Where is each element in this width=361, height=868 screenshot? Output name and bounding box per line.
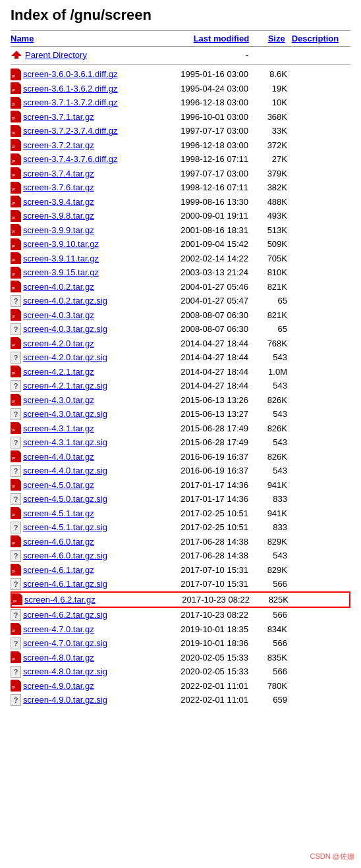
- sig-icon: ?: [11, 493, 21, 505]
- file-link[interactable]: screen-3.7.1-3.7.2.diff.gz: [23, 96, 118, 109]
- col-size-link[interactable]: Size: [268, 34, 285, 43]
- file-link[interactable]: screen-4.6.2.tar.gz.sig: [23, 609, 107, 622]
- file-link[interactable]: screen-4.7.0.tar.gz.sig: [23, 637, 107, 650]
- file-icon: gz: [11, 210, 21, 222]
- svg-text:gz: gz: [12, 258, 16, 261]
- svg-text:gz: gz: [12, 116, 16, 120]
- file-link[interactable]: screen-4.5.0.tar.gz: [23, 479, 94, 492]
- table-row: ? screen-4.2.1.tar.gz.sig 2014-04-27 18:…: [11, 379, 350, 393]
- svg-text:gz: gz: [12, 215, 16, 219]
- file-link[interactable]: screen-4.4.0.tar.gz: [23, 450, 94, 464]
- svg-marker-102: [18, 564, 21, 566]
- svg-text:gz: gz: [12, 427, 16, 431]
- table-row: gz screen-4.3.0.tar.gz 2015-06-13 13:26 …: [11, 393, 350, 408]
- file-link[interactable]: screen-3.7.6.tar.gz: [23, 181, 94, 194]
- sig-icon: ?: [11, 295, 21, 307]
- file-link[interactable]: screen-3.9.9.tar.gz: [23, 224, 94, 237]
- file-link[interactable]: screen-3.9.4.tar.gz: [23, 196, 94, 209]
- file-icon: gz: [12, 593, 22, 605]
- svg-rect-51: [18, 241, 21, 250]
- svg-rect-23: [18, 142, 21, 151]
- file-link[interactable]: screen-4.8.0.tar.gz: [23, 651, 94, 665]
- file-link[interactable]: screen-4.6.1.tar.gz: [23, 564, 94, 577]
- table-row: gz screen-4.7.0.tar.gz 2019-10-01 18:35 …: [11, 622, 350, 637]
- parent-dir-modified: -: [246, 50, 248, 60]
- file-link[interactable]: screen-4.0.2.tar.gz.sig: [23, 294, 107, 308]
- svg-text:gz: gz: [12, 144, 16, 148]
- svg-rect-103: [18, 566, 21, 576]
- svg-text:gz: gz: [12, 88, 16, 92]
- file-link[interactable]: screen-4.6.0.tar.gz: [23, 535, 94, 549]
- svg-marker-98: [18, 535, 21, 538]
- file-link[interactable]: screen-4.7.0.tar.gz: [23, 623, 94, 636]
- file-link[interactable]: screen-4.4.0.tar.gz.sig: [23, 464, 107, 477]
- file-link[interactable]: screen-4.5.1.tar.gz.sig: [23, 521, 107, 534]
- file-link[interactable]: screen-3.6.0-3.6.1.diff.gz: [23, 68, 118, 81]
- file-link[interactable]: screen-4.0.3.tar.gz: [23, 309, 94, 322]
- file-link[interactable]: screen-4.8.0.tar.gz.sig: [23, 665, 107, 678]
- file-link[interactable]: screen-4.6.1.tar.gz.sig: [23, 578, 107, 591]
- file-link[interactable]: screen-3.7.4-3.7.6.diff.gz: [23, 153, 118, 166]
- table-row: ? screen-4.2.0.tar.gz.sig 2014-04-27 18:…: [11, 350, 350, 365]
- svg-rect-3: [18, 71, 21, 80]
- svg-marker-62: [18, 281, 21, 283]
- file-icon: gz: [11, 182, 21, 194]
- table-row: ? screen-4.9.0.tar.gz.sig 2022-02-01 11:…: [11, 693, 350, 707]
- file-link[interactable]: screen-3.9.15.tar.gz: [23, 266, 99, 279]
- svg-rect-39: [18, 198, 21, 207]
- file-link[interactable]: screen-4.6.0.tar.gz.sig: [23, 549, 107, 562]
- file-icon: gz: [11, 97, 21, 109]
- svg-rect-63: [18, 283, 21, 292]
- file-link[interactable]: screen-4.2.1.tar.gz.sig: [23, 379, 107, 393]
- svg-rect-95: [18, 510, 21, 519]
- file-link[interactable]: screen-4.3.0.tar.gz.sig: [23, 408, 107, 421]
- table-row: gz screen-4.6.2.tar.gz 2017-10-23 08:22 …: [11, 591, 350, 609]
- col-desc-link[interactable]: Description: [292, 34, 339, 43]
- table-row: gz screen-3.9.10.tar.gz 2001-09-04 15:42…: [11, 237, 350, 252]
- file-link[interactable]: screen-4.0.3.tar.gz.sig: [23, 323, 107, 336]
- file-link[interactable]: screen-3.7.2-3.7.4.diff.gz: [23, 124, 118, 138]
- sig-icon: ?: [11, 380, 21, 392]
- svg-rect-31: [18, 170, 21, 179]
- file-icon: gz: [11, 479, 21, 491]
- svg-rect-91: [18, 481, 21, 491]
- file-link[interactable]: screen-4.0.2.tar.gz: [23, 281, 94, 294]
- file-link[interactable]: screen-4.6.2.tar.gz: [24, 593, 96, 607]
- col-modified-link[interactable]: Last modified: [194, 34, 250, 43]
- table-row: ? screen-4.5.1.tar.gz.sig 2017-02-25 10:…: [11, 520, 350, 535]
- svg-rect-79: [18, 396, 21, 406]
- table-row: ? screen-4.3.1.tar.gz.sig 2015-06-28 17:…: [11, 435, 350, 450]
- file-link[interactable]: screen-4.3.1.tar.gz: [23, 422, 94, 435]
- table-row: gz screen-3.9.9.tar.gz 2001-08-16 18:31 …: [11, 223, 350, 238]
- file-link[interactable]: screen-4.2.0.tar.gz: [23, 337, 94, 350]
- file-link[interactable]: screen-3.7.2.tar.gz: [23, 139, 94, 152]
- file-link[interactable]: screen-3.9.11.tar.gz: [23, 252, 99, 265]
- table-row: gz screen-3.6.0-3.6.1.diff.gz 1995-01-16…: [11, 67, 350, 82]
- svg-text:gz: gz: [12, 159, 16, 163]
- file-link[interactable]: screen-4.9.0.tar.gz.sig: [23, 693, 107, 707]
- file-link[interactable]: screen-4.9.0.tar.gz: [23, 680, 94, 693]
- svg-text:gz: gz: [12, 456, 16, 460]
- table-row: gz screen-4.3.1.tar.gz 2015-06-28 17:49 …: [11, 421, 350, 436]
- file-link[interactable]: screen-3.9.8.tar.gz: [23, 209, 94, 223]
- file-link[interactable]: screen-3.7.4.tar.gz: [23, 167, 94, 180]
- file-link[interactable]: screen-4.3.1.tar.gz.sig: [23, 436, 107, 449]
- svg-marker-118: [18, 680, 21, 682]
- file-link[interactable]: screen-4.5.1.tar.gz: [23, 507, 94, 520]
- file-link[interactable]: screen-3.6.1-3.6.2.diff.gz: [23, 82, 118, 95]
- svg-rect-43: [18, 213, 21, 222]
- file-link[interactable]: screen-3.7.1.tar.gz: [23, 111, 94, 124]
- file-icon: gz: [11, 281, 21, 292]
- file-link[interactable]: screen-4.5.0.tar.gz.sig: [23, 493, 107, 506]
- svg-text:gz: gz: [12, 541, 16, 545]
- table-row: gz screen-4.5.0.tar.gz 2017-01-17 14:36 …: [11, 478, 350, 493]
- file-link[interactable]: screen-4.2.0.tar.gz.sig: [23, 351, 107, 364]
- col-name-link[interactable]: Name: [11, 34, 34, 43]
- file-link[interactable]: screen-4.3.0.tar.gz: [23, 394, 94, 407]
- file-link[interactable]: screen-4.2.1.tar.gz: [23, 366, 94, 379]
- table-row: ? screen-4.8.0.tar.gz.sig 2020-02-05 15:…: [11, 665, 350, 679]
- table-header: Name Last modified Size Description: [11, 30, 350, 47]
- parent-directory-link[interactable]: Parent Directory: [25, 50, 87, 60]
- file-link[interactable]: screen-3.9.10.tar.gz: [23, 238, 99, 251]
- table-row: gz screen-4.6.0.tar.gz 2017-06-28 14:38 …: [11, 535, 350, 549]
